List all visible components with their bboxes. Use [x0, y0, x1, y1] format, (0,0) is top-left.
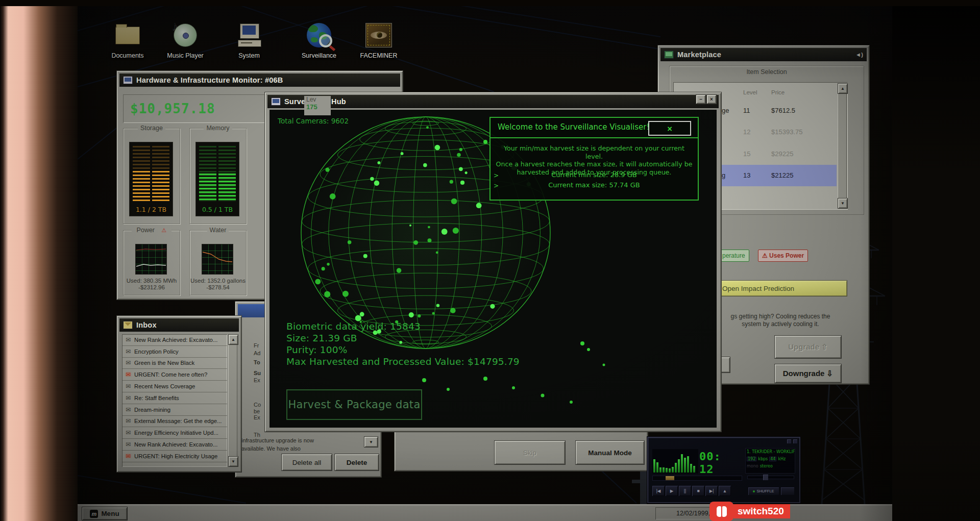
manual-mode-button[interactable]: Manual Mode — [575, 440, 645, 465]
upgrade-button[interactable]: Upgrade ⇧ — [774, 335, 842, 359]
current-max-size: Current max size: 57.74 GB — [491, 181, 698, 189]
item-name: ge — [722, 107, 729, 114]
inbox-message-row[interactable]: ✉Re: Staff Benefits — [122, 392, 227, 404]
samplerate-value: 44 — [769, 457, 776, 461]
storage-label: Storage — [138, 125, 165, 132]
inbox-message-list: ✉New Rank Achieved: Excavato...✉Encrypti… — [122, 334, 227, 467]
water-label: Water — [207, 227, 229, 234]
power-label: Power — [134, 227, 157, 234]
scroll-down-icon[interactable]: ▼ — [228, 456, 238, 467]
track-info-panel: 1. TEKRIDER - WORKLIFE <3:48> 192 kbps 4… — [745, 448, 795, 474]
seek-slider[interactable] — [652, 476, 742, 481]
email-field-label: To — [254, 359, 260, 365]
hardware-monitor-titlebar[interactable]: Hardware & Infrastructure Monitor: #06B — [119, 73, 400, 87]
monitor-bezel-top — [0, 0, 980, 6]
scroll-up-icon[interactable]: ▲ — [228, 334, 238, 345]
inbox-message-row[interactable]: ✉External Message: Get the edge... — [122, 416, 227, 428]
dialog-close-icon[interactable]: × — [648, 121, 691, 136]
desktop-icon-surveillance[interactable]: Surveillance — [293, 20, 345, 59]
play-button[interactable]: ▶ — [666, 486, 678, 496]
watermark-text: switch520 — [733, 504, 790, 518]
player-close-icon[interactable] — [793, 439, 797, 443]
playback-time: 00: 12 — [699, 450, 742, 466]
inbox-message-row[interactable]: ✉Energy Efficiency Initiative Upd... — [122, 427, 227, 439]
icon-label: Music Player — [160, 52, 211, 59]
scroll-up-icon[interactable]: ▲ — [838, 83, 848, 94]
previous-button[interactable]: |◀ — [652, 486, 665, 496]
inbox-message-row[interactable]: ✉Recent News Coverage — [122, 381, 227, 392]
skip-button[interactable]: Skip — [494, 440, 566, 465]
warning-icon: ⚠ — [159, 227, 169, 233]
power-graph — [135, 244, 167, 275]
current-min-size: Current min size: 28.9 GB — [491, 171, 698, 179]
inbox-message-row[interactable]: ✉Dream-mining — [122, 404, 227, 416]
desktop-icon-faceminer[interactable]: FACEMINER — [353, 20, 404, 59]
combo-dropdown-icon[interactable]: ▼ — [364, 436, 378, 448]
message-subject: New Rank Achieved: Excavato... — [134, 337, 217, 343]
storage-gauge: 1.1 / 2 TB — [129, 142, 173, 216]
menu-button[interactable]: m Menu — [82, 507, 128, 520]
water-graph — [202, 244, 233, 275]
icon-label: Surveillance — [293, 52, 345, 59]
icon-label: Documents — [102, 52, 153, 59]
inbox-message-row[interactable]: ✉New Rank Achieved: Excavato... — [122, 439, 227, 451]
email-field-label: Su — [254, 370, 261, 376]
volume-slider[interactable] — [747, 476, 794, 479]
storage-value: 1.1 / 2 TB — [129, 206, 173, 213]
mono-indicator: mono — [747, 464, 758, 468]
item-price: $29225 — [771, 150, 793, 158]
player-minimize-icon[interactable] — [787, 439, 791, 443]
envelope-icon: ✉ — [126, 418, 131, 424]
message-subject: URGENT: Come here often? — [134, 371, 207, 378]
speaker-icon[interactable]: ◄) — [855, 52, 863, 58]
uses-power-badge: ⚠ Uses Power — [758, 250, 808, 262]
volume-handle[interactable] — [763, 475, 768, 480]
envelope-icon: ✉ — [126, 360, 131, 366]
column-header-price: Price — [771, 89, 785, 95]
inbox-message-row[interactable]: ✉URGENT: High Electricity Usage — [122, 451, 227, 462]
close-icon[interactable]: × — [706, 94, 717, 104]
eject-button[interactable]: ▲ — [719, 486, 731, 496]
desktop-icon-documents[interactable]: Documents — [102, 20, 153, 59]
pause-button[interactable]: || — [679, 486, 691, 496]
window-surveillance-hub: Surveillance Hub – × Total Cameras: 9602… — [264, 92, 722, 432]
marketplace-icon — [664, 51, 674, 59]
inbox-message-row[interactable]: ✉Encryption Policy — [122, 346, 227, 358]
site-watermark: switch520 — [709, 502, 790, 521]
scroll-down-icon[interactable]: ▼ — [838, 198, 848, 209]
envelope-icon: ✉ — [126, 453, 131, 459]
temperature-badge: perature — [718, 250, 749, 262]
envelope-icon — [123, 321, 133, 329]
inbox-message-row[interactable]: ✉URGENT: Come here often? — [122, 369, 227, 381]
desktop-icon-system[interactable]: System — [224, 20, 275, 59]
desktop-icon-music-player[interactable]: ♪Music Player — [160, 20, 211, 59]
shuffle-button[interactable]: SHUFFLE — [748, 487, 779, 495]
power-cost: -$2312.96 — [117, 284, 186, 291]
inbox-message-row[interactable]: ✉Green is the New Black — [122, 358, 227, 369]
harvest-package-button[interactable]: Harvest & Package data — [286, 389, 422, 420]
inbox-message-row[interactable]: ✉New Rank Achieved: Excavato... — [122, 334, 227, 346]
extra-player-button[interactable] — [781, 487, 794, 495]
seek-handle[interactable] — [666, 476, 674, 480]
message-subject: Recent News Coverage — [134, 383, 195, 389]
item-price: $15393.75 — [771, 128, 802, 136]
monitor-bezel-left — [0, 0, 78, 521]
delete-all-button[interactable]: Delete all — [281, 454, 332, 471]
inbox-title: Inbox — [136, 321, 157, 329]
delete-button[interactable]: Delete — [334, 454, 379, 471]
inbox-scrollbar[interactable]: ▲ ▼ — [228, 334, 237, 467]
inbox-titlebar[interactable]: Inbox — [119, 318, 239, 332]
marketplace-titlebar[interactable]: Marketplace ◄) — [660, 48, 867, 61]
open-impact-prediction-button[interactable]: Open Impact Prediction — [718, 280, 847, 296]
marketplace-scrollbar[interactable]: ▲ ▼ — [838, 83, 847, 209]
next-button[interactable]: ▶| — [705, 486, 718, 496]
surveillance-hub-titlebar[interactable]: Surveillance Hub — [267, 95, 719, 108]
envelope-icon: ✉ — [126, 430, 131, 436]
player-titlebar[interactable] — [649, 439, 798, 444]
level-label: Lev — [306, 96, 331, 103]
envelope-icon: ✉ — [126, 349, 131, 355]
minimize-icon[interactable]: – — [696, 94, 706, 104]
stop-button[interactable]: ■ — [692, 486, 704, 496]
bitrate-unit: kbps — [758, 457, 768, 461]
downgrade-button[interactable]: Downgrade ⇩ — [774, 364, 842, 383]
